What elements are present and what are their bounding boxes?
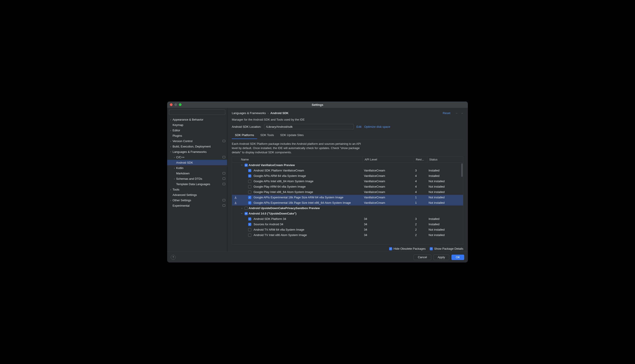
- sidebar-item[interactable]: ›Appearance & Behavior: [167, 117, 227, 122]
- scrollbar-thumb[interactable]: [461, 164, 463, 177]
- table-row[interactable]: Google APIs ARM 64 v8a System ImageVanil…: [232, 173, 463, 179]
- row-name: Google APIs Experimental 16k Page Size A…: [253, 196, 343, 199]
- chevron-icon[interactable]: ›: [240, 212, 244, 215]
- row-status: Not installed: [427, 228, 463, 231]
- cancel-button[interactable]: Cancel: [414, 254, 431, 260]
- row-name: Android 14.0 ("UpsideDownCake"): [249, 212, 296, 215]
- sidebar-item[interactable]: ›Editor: [167, 128, 227, 133]
- breadcrumb-current: Android SDK: [270, 112, 288, 115]
- table-row[interactable]: Google APIs Experimental 16k Page Size A…: [232, 195, 463, 200]
- hide-obsolete-checkbox[interactable]: [389, 247, 392, 250]
- col-revision[interactable]: Revi...: [414, 157, 427, 162]
- reset-button[interactable]: Reset: [443, 112, 450, 115]
- show-details-checkbox[interactable]: [430, 247, 433, 250]
- sidebar-item[interactable]: ›Kotlin: [167, 165, 227, 170]
- checkbox[interactable]: [248, 169, 251, 172]
- chevron-icon: ›: [169, 188, 173, 191]
- col-name[interactable]: Name: [239, 158, 363, 161]
- tab[interactable]: SDK Update Sites: [277, 132, 307, 139]
- checkbox[interactable]: [245, 212, 248, 215]
- table-row[interactable]: Google Play ARM 64 v8a System ImageVanil…: [232, 184, 463, 190]
- zoom-window-icon[interactable]: [179, 103, 182, 106]
- sidebar-item[interactable]: Experimental: [167, 203, 227, 208]
- checkbox[interactable]: [245, 207, 248, 210]
- table-row[interactable]: Android SDK Platform 34343Installed: [232, 216, 463, 222]
- ok-button[interactable]: OK: [451, 254, 464, 260]
- sidebar-item-label: Keymap: [173, 123, 225, 127]
- table-row[interactable]: Android TV ARM 64 v8a System Image342Not…: [232, 227, 463, 232]
- checkbox[interactable]: [248, 196, 251, 199]
- sidebar-item-label: Experimental: [173, 204, 222, 207]
- checkbox[interactable]: [248, 190, 251, 194]
- tab[interactable]: SDK Platforms: [232, 132, 257, 139]
- table-row[interactable]: Google APIs Experimental 16k Page Size I…: [232, 200, 463, 206]
- table-row[interactable]: Android SDK Platform VanillaIceCreamVani…: [232, 168, 463, 173]
- checkbox[interactable]: [248, 223, 251, 226]
- nav-back-icon[interactable]: ←: [455, 112, 458, 115]
- chevron-icon[interactable]: ›: [240, 164, 244, 167]
- checkbox[interactable]: [248, 201, 251, 204]
- checkbox[interactable]: [248, 185, 251, 188]
- hide-obsolete-option[interactable]: Hide Obsolete Packages: [389, 247, 426, 250]
- checkbox[interactable]: [248, 228, 251, 231]
- row-api: VanillaIceCream: [363, 180, 414, 183]
- row-status: Not installed: [427, 190, 463, 194]
- sidebar-item[interactable]: Advanced Settings: [167, 192, 227, 198]
- chevron-icon[interactable]: ›: [240, 206, 244, 210]
- breadcrumb-separator: ›: [268, 112, 268, 115]
- table-row[interactable]: Sources for Android 34342Installed: [232, 222, 463, 227]
- sidebar-item-label: Template Data Languages: [176, 182, 222, 186]
- table-body[interactable]: ›Android VanillaIceCream PreviewAndroid …: [232, 162, 463, 244]
- col-status[interactable]: Status: [427, 157, 463, 162]
- close-window-icon[interactable]: [170, 103, 173, 106]
- checkbox[interactable]: [245, 164, 248, 167]
- chevron-icon: ›: [169, 118, 173, 121]
- sdk-location-input[interactable]: [264, 124, 354, 129]
- sidebar-item-label: Android SDK: [176, 161, 225, 164]
- settings-tree[interactable]: ›Appearance & BehaviorKeymap›EditorPlugi…: [167, 117, 227, 252]
- row-name: Sources for Android 34: [253, 222, 283, 226]
- table-row[interactable]: Android TV Intel x86 Atom System Image34…: [232, 232, 463, 238]
- search-input[interactable]: [169, 110, 225, 115]
- row-name: Android SDK Platform VanillaIceCream: [253, 169, 304, 172]
- sidebar-item[interactable]: ›Version Control: [167, 138, 227, 144]
- show-details-option[interactable]: Show Package Details: [430, 247, 463, 250]
- footer: ? Cancel Apply OK: [167, 252, 468, 262]
- tab[interactable]: SDK Tools: [257, 132, 277, 139]
- sidebar-item[interactable]: ›C/C++: [167, 154, 227, 160]
- breadcrumb-parent[interactable]: Languages & Frameworks: [232, 112, 266, 115]
- optimize-disk-link[interactable]: Optimize disk space: [364, 125, 390, 128]
- show-details-label: Show Package Details: [434, 247, 463, 250]
- table-row[interactable]: Google APIs Intel x86_64 Atom System Ima…: [232, 179, 463, 184]
- table-row[interactable]: ›Android VanillaIceCream Preview: [232, 162, 463, 168]
- chevron-icon: ›: [173, 177, 176, 180]
- table-row[interactable]: ›Android 14.0 ("UpsideDownCake"): [232, 211, 463, 216]
- sidebar-item[interactable]: ›Other Settings: [167, 198, 227, 203]
- checkbox[interactable]: [248, 234, 251, 237]
- checkbox[interactable]: [248, 174, 251, 178]
- sidebar-item[interactable]: Plugins: [167, 133, 227, 138]
- sidebar-item[interactable]: Markdown: [167, 170, 227, 176]
- sidebar-item[interactable]: Keymap: [167, 122, 227, 128]
- minimize-window-icon[interactable]: [174, 103, 177, 106]
- sidebar-item[interactable]: ›Tools: [167, 187, 227, 192]
- chevron-icon: ›: [169, 145, 173, 148]
- table-row[interactable]: Google Play Intel x86_64 Atom System Ima…: [232, 190, 463, 195]
- apply-button[interactable]: Apply: [434, 254, 449, 260]
- help-button[interactable]: ?: [171, 255, 176, 260]
- sidebar-item[interactable]: Android SDK: [167, 160, 227, 165]
- sidebar-item[interactable]: ›Languages & Frameworks: [167, 149, 227, 154]
- col-api[interactable]: API Level: [363, 157, 414, 162]
- sidebar-item[interactable]: Template Data Languages: [167, 181, 227, 187]
- row-revision: 1: [414, 196, 427, 199]
- nav-forward-icon[interactable]: →: [460, 112, 463, 115]
- table-row[interactable]: ›Android UpsideDownCakePrivacySandbox Pr…: [232, 206, 463, 211]
- checkbox[interactable]: [248, 218, 251, 220]
- edit-location-link[interactable]: Edit: [357, 125, 362, 128]
- row-status: Not installed: [427, 180, 463, 183]
- sidebar-item[interactable]: ›Schemas and DTDs: [167, 176, 227, 181]
- sidebar-item-label: Kotlin: [176, 166, 225, 170]
- checkbox[interactable]: [248, 180, 251, 183]
- scope-badge-icon: [223, 156, 225, 158]
- sidebar-item[interactable]: ›Build, Execution, Deployment: [167, 144, 227, 149]
